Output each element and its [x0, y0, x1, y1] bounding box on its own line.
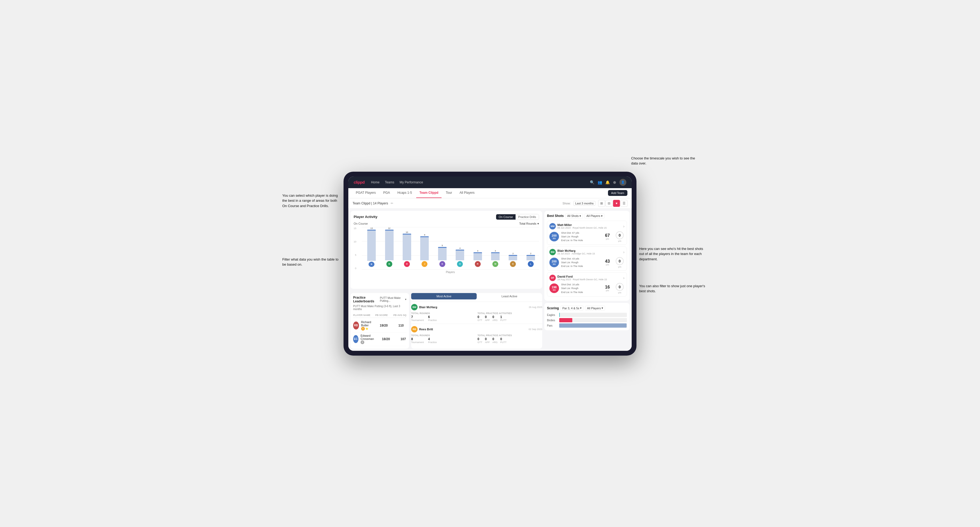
- scoring-filter2[interactable]: All Players ▾: [585, 306, 605, 311]
- panel-header: Player Activity On Course Practice Drill…: [354, 214, 539, 220]
- shot-card-3: DF David Ford 24 Aug 2023 · Royal North …: [547, 272, 627, 297]
- total-rounds-dropdown[interactable]: Total Rounds ▾: [519, 222, 539, 225]
- annotation-left-bottom: Filter what data you wish the table to b…: [282, 257, 341, 267]
- bottom-row: Practice Leaderboards PUTT Must Make Put…: [350, 291, 542, 349]
- all-shots-filter[interactable]: All Shots ▾: [565, 213, 583, 219]
- shot-avatar-1: MM: [549, 223, 556, 229]
- rank-badge-1: 1: [361, 327, 365, 330]
- player-info-2: EC Edward Crossman 2: [353, 334, 377, 344]
- practice-label-1: Practice: [428, 319, 437, 322]
- search-icon-btn[interactable]: 🔍: [590, 180, 594, 184]
- player-score-2: 18/20: [377, 337, 393, 341]
- practice-drills-toggle[interactable]: Practice Drills: [515, 214, 539, 220]
- eagles-track: 3: [559, 313, 627, 317]
- view-grid2-btn[interactable]: ⊟: [606, 200, 612, 207]
- on-course-toggle[interactable]: On Course: [496, 214, 515, 220]
- practice-activities-label-1: Total Practice Activities: [477, 312, 542, 314]
- least-active-tab[interactable]: Least Active: [477, 293, 542, 300]
- edit-icon[interactable]: ✏: [391, 202, 393, 205]
- shot-details-1: 200 SG Shot Dist: 67 yds Start Lie: Roug…: [549, 231, 625, 243]
- most-active-tab[interactable]: Most Active: [411, 293, 477, 300]
- bar-group-0: 13 B: [363, 227, 380, 267]
- shot-player-row-2: BM Blair McHarg 23 Jul 2023 · Ashridge G…: [549, 249, 625, 255]
- activity-player-2: RB Rees Britt 02 Sep 2023 Total Rounds: [411, 324, 542, 346]
- view-grid-btn[interactable]: ⊞: [598, 200, 605, 207]
- shot-chevron-2[interactable]: ›: [623, 250, 625, 254]
- all-players-filter[interactable]: All Players ▾: [584, 213, 605, 219]
- arg-val-1: 0: [492, 315, 498, 319]
- annotation-top-right: Choose the timescale you wish to see the…: [631, 156, 700, 166]
- tab-team-clippd[interactable]: Team Clippd: [416, 188, 442, 198]
- add-icon-btn[interactable]: ⊕: [613, 180, 616, 184]
- tab-hcaps[interactable]: Hcaps 1-5: [394, 188, 415, 198]
- best-shots-panel: Best Shots All Shots ▾ All Players ▾: [544, 211, 630, 301]
- scoring-filter1-label: Par 3, 4 & 5s: [562, 306, 579, 310]
- shot-player-name-1: Matt Miller: [557, 223, 622, 227]
- bar-highlight-7: [491, 252, 500, 253]
- tab-tour[interactable]: Tour: [442, 188, 455, 198]
- tab-pgat-players[interactable]: PGAT Players: [353, 188, 379, 198]
- nav-teams[interactable]: Teams: [385, 181, 394, 184]
- bar-group-8: 2 E: [504, 227, 521, 267]
- player-activity-panel: Player Activity On Course Practice Drill…: [350, 211, 542, 289]
- bar-9: [527, 255, 535, 260]
- bar-avatar-3: J: [422, 261, 428, 267]
- shot-card-1: MM Matt Miller 09 Jun 2023 · Royal North…: [547, 221, 627, 245]
- bell-icon-btn[interactable]: 🔔: [605, 180, 610, 184]
- bar-val-0: 13: [371, 227, 373, 229]
- app-stat-1: 0 APP: [485, 315, 490, 322]
- eagles-label: Eagles: [547, 314, 558, 316]
- shot-zero-3: 0 yds: [615, 283, 625, 294]
- player-name-1: Richard Butler: [361, 321, 374, 327]
- shot-info-2: Shot Dist: 43 yds Start Lie: Rough End L…: [561, 257, 600, 268]
- shot-badge-2: 200 SG: [549, 258, 559, 267]
- shot-chevron-3[interactable]: ›: [623, 276, 625, 280]
- shot-chevron-1[interactable]: ›: [623, 224, 625, 229]
- practice-row-2: EC Edward Crossman 2 18/20 10: [353, 332, 406, 346]
- tab-all-players[interactable]: All Players: [456, 188, 478, 198]
- practice-val-1: 6: [428, 315, 437, 319]
- bar-val-1: 12: [388, 227, 390, 229]
- user-avatar[interactable]: 👤: [619, 179, 626, 186]
- all-shots-chevron: ▾: [579, 214, 581, 218]
- all-shots-label: All Shots: [567, 214, 579, 217]
- bar-highlight-8: [509, 255, 517, 256]
- y-label-0: 0: [355, 267, 356, 270]
- people-icon-btn[interactable]: 👥: [598, 180, 602, 184]
- nav-home[interactable]: Home: [371, 181, 379, 184]
- arg-label-2: ARG: [492, 341, 498, 344]
- app-label-2: APP: [485, 341, 490, 344]
- practice-stat-2: 4 Practice: [428, 337, 437, 344]
- app-stat-2: 0 APP: [485, 337, 490, 344]
- shot-zero-2: 0 yds: [615, 257, 625, 268]
- activity-stats-1: Total Rounds 7 Tournament 6: [411, 312, 542, 322]
- shot-player-name-2: Blair McHarg: [557, 249, 622, 252]
- practice-title: Practice Leaderboards: [353, 296, 380, 303]
- player-rank-1: 1 ⭐: [361, 327, 374, 330]
- shot-player-date-2: 23 Jul 2023 · Ashridge GC, Hole 15: [557, 252, 622, 255]
- scoring-pars: Pars 499: [547, 323, 627, 328]
- bar-3: [420, 237, 429, 260]
- tab-pga[interactable]: PGA: [380, 188, 393, 198]
- shot-avatar-2: BM: [549, 249, 556, 255]
- practice-activities-group-1: Total Practice Activities 0 GTT 0: [477, 312, 542, 322]
- add-team-button[interactable]: Add Team: [608, 190, 627, 196]
- birdies-bar: [559, 318, 572, 322]
- view-heart-btn[interactable]: ♥: [613, 200, 620, 207]
- best-shots-title: Best Shots: [547, 214, 564, 218]
- y-label-5: 5: [355, 254, 356, 256]
- show-select[interactable]: Last 3 months: [573, 201, 595, 206]
- arg-val-2: 0: [492, 337, 498, 341]
- gtt-label-2: GTT: [477, 341, 482, 344]
- scoring-filter1[interactable]: Par 3, 4 & 5s ▾: [561, 306, 584, 311]
- view-list-btn[interactable]: ☰: [620, 200, 627, 207]
- nav-my-performance[interactable]: My Performance: [400, 181, 423, 184]
- nav-icons: 🔍 👥 🔔 ⊕ 👤: [590, 179, 626, 186]
- shot-zero-val-2: 0: [616, 257, 624, 265]
- player-name-2: Edward Crossman: [361, 334, 377, 340]
- tournament-val-1: 7: [411, 315, 424, 319]
- shot-player-info-2: Blair McHarg 23 Jul 2023 · Ashridge GC, …: [557, 249, 622, 255]
- bar-group-7: 3 M: [487, 227, 504, 267]
- bar-val-9: 2: [530, 252, 531, 255]
- practice-filter[interactable]: PUTT Must Make Putting... ▾: [380, 297, 406, 302]
